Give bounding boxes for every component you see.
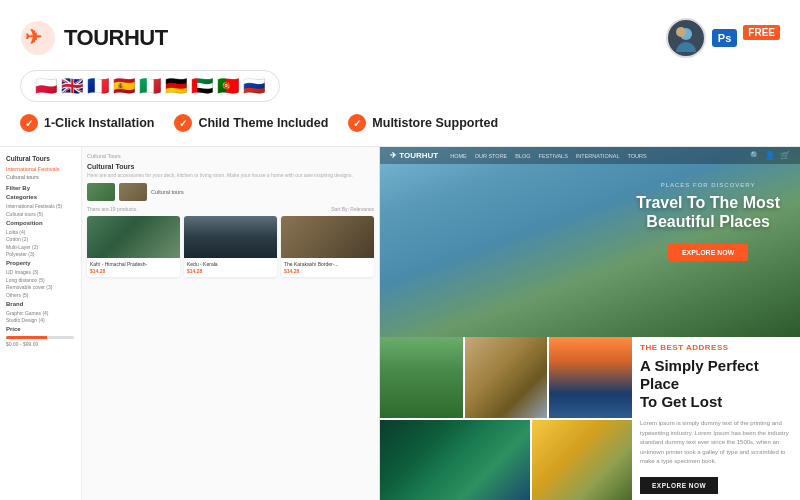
comp-item-1[interactable]: Lolita (4) [6, 229, 75, 235]
gallery-img-aurora [380, 420, 530, 501]
gallery-left [380, 337, 632, 500]
flag-it: 🇮🇹 [139, 77, 161, 95]
gallery-img-camel [465, 337, 548, 418]
filter-section: Filter By Categories International Festi… [6, 185, 75, 347]
badge-ps: Ps [712, 29, 737, 47]
left-preview: Cultural Tours International Festivals C… [0, 147, 380, 500]
nav-tours[interactable]: TOURS [627, 153, 646, 159]
gallery-cta-button[interactable]: EXPLORE NOW [640, 477, 718, 494]
yellow-flowers-img [532, 420, 632, 501]
nav-store[interactable]: OUR STORE [475, 153, 508, 159]
gallery-img-flowers [532, 420, 632, 501]
badge-area: Ps FREE [666, 18, 780, 58]
nav-blog[interactable]: BLOG [515, 153, 530, 159]
comp-item-3[interactable]: Multi-Layer (2) [6, 244, 75, 250]
prop-item-3[interactable]: Removable cover (3) [6, 284, 75, 290]
product-card-2[interactable]: Kedu - Kerala $14.28 [184, 216, 277, 277]
category-item-1[interactable]: International Festivals (5) [6, 203, 75, 209]
gallery-row-1 [380, 337, 632, 418]
nav-festivals[interactable]: FESTIVALS [539, 153, 568, 159]
avatar-img [672, 24, 700, 52]
product-name-2: Kedu - Kerala [184, 258, 277, 268]
sub-section: Cultural tours [87, 183, 374, 201]
avatar [666, 18, 706, 58]
sub-thumb-tour [119, 183, 147, 201]
logo-icon: ✈ [20, 20, 56, 56]
product-card-1[interactable]: Kafri - Himachal Pradesh- $14.28 [87, 216, 180, 277]
hero-subtitle: PLACES FOR DISCOVERY [636, 182, 780, 188]
feature-label-3: Multistore Supported [372, 116, 498, 130]
products-bar: There are 19 products. Sort By: Relevanc… [87, 206, 374, 212]
castle-img [87, 216, 180, 258]
mountain-dark-img [184, 216, 277, 258]
main-container: ✈ TOURHUT Ps FREE 🇵🇱 🇬🇧 🇫🇷 [0, 0, 800, 500]
shop-nav: Cultural Tours [87, 153, 374, 159]
flag-row: 🇵🇱 🇬🇧 🇫🇷 🇪🇸 🇮🇹 🇩🇪 🇦🇪 🇵🇹 🇷🇺 [20, 70, 280, 102]
price-range: $0.00 - $99.00 [6, 341, 75, 347]
prop-item-2[interactable]: Long distance (5) [6, 277, 75, 283]
gallery-right: THE BEST ADDRESS A Simply Perfect Place … [632, 337, 800, 500]
top-section: ✈ TOURHUT Ps FREE 🇵🇱 🇬🇧 🇫🇷 [0, 0, 800, 146]
product-grid: Kafri - Himachal Pradesh- $14.28 Kedu - … [87, 216, 374, 277]
sub-thumb-green [87, 183, 115, 201]
price-slider[interactable] [6, 336, 74, 339]
feature-child-theme: ✓ Child Theme Included [174, 114, 328, 132]
shop-header-title: Cultural Tours [87, 163, 374, 170]
sort-label[interactable]: Sort By: Relevance [331, 206, 374, 212]
brand-item-2[interactable]: Studio Design (4) [6, 317, 75, 323]
product-img-3 [281, 216, 374, 258]
check-icon-1: ✓ [20, 114, 38, 132]
comp-item-4[interactable]: Polyester (3) [6, 251, 75, 257]
feature-label-2: Child Theme Included [198, 116, 328, 130]
property-title: Property [6, 260, 75, 266]
flag-gb: 🇬🇧 [61, 77, 83, 95]
ruins-img [281, 216, 374, 258]
sidebar-link-1[interactable]: International Festivals [6, 166, 75, 172]
svg-point-4 [676, 27, 686, 37]
comp-item-2[interactable]: Cotton (2) [6, 236, 75, 242]
filter-title: Filter By [6, 185, 75, 191]
product-price-3: $14.28 [281, 268, 374, 277]
feature-label-1: 1-Click Installation [44, 116, 154, 130]
logo-text: TOURHUT [64, 25, 168, 51]
nav-home[interactable]: HOME [450, 153, 467, 159]
flag-ru: 🇷🇺 [243, 77, 265, 95]
gallery-row-2 [380, 420, 632, 501]
check-icon-3: ✓ [348, 114, 366, 132]
hero-cta-button[interactable]: EXPLORE NOW [668, 244, 749, 261]
product-name-3: The Karakashi Border-... [281, 258, 374, 268]
hero-nav: ✈ TOURHUT HOME OUR STORE BLOG FESTIVALS … [380, 147, 800, 164]
brand-item-1[interactable]: Graphic Games (4) [6, 310, 75, 316]
hero-nav-items: HOME OUR STORE BLOG FESTIVALS INTERNATIO… [450, 153, 646, 159]
prop-item-4[interactable]: Others (5) [6, 292, 75, 298]
green-field-img [380, 337, 463, 418]
right-preview: ✈ TOURHUT HOME OUR STORE BLOG FESTIVALS … [380, 147, 800, 500]
content-area: Cultural Tours International Festivals C… [0, 146, 800, 500]
product-img-1 [87, 216, 180, 258]
shop-main: Cultural Tours Cultural Tours Here are a… [82, 147, 379, 500]
camel-desert-img [465, 337, 548, 418]
nav-international[interactable]: INTERNATIONAL [576, 153, 620, 159]
prop-item-1[interactable]: UD Images (3) [6, 269, 75, 275]
feature-row: ✓ 1-Click Installation ✓ Child Theme Inc… [20, 114, 780, 132]
logo-area: ✈ TOURHUT [20, 20, 168, 56]
composition-title: Composition [6, 220, 75, 226]
category-item-2[interactable]: Cultural tours (5) [6, 211, 75, 217]
svg-point-3 [676, 42, 696, 52]
user-icon[interactable]: 👤 [765, 151, 775, 160]
sub-thumb-1 [87, 183, 115, 201]
product-card-3[interactable]: The Karakashi Border-... $14.28 [281, 216, 374, 277]
gallery-img-sunset [549, 337, 632, 418]
search-icon[interactable]: 🔍 [750, 151, 760, 160]
cart-icon[interactable]: 🛒 [780, 151, 790, 160]
sidebar-link-2[interactable]: Cultural tours [6, 174, 75, 180]
gallery-subtitle: THE BEST ADDRESS [640, 343, 792, 352]
flag-de: 🇩🇪 [165, 77, 187, 95]
flag-fr: 🇫🇷 [87, 77, 109, 95]
hero-nav-logo: ✈ TOURHUT [390, 151, 438, 160]
hero-content: PLACES FOR DISCOVERY Travel To The Most … [636, 182, 780, 261]
gallery-heading: A Simply Perfect Place To Get Lost [640, 357, 792, 411]
aurora-img [380, 420, 530, 501]
sunset-water-img [549, 337, 632, 418]
check-icon-2: ✓ [174, 114, 192, 132]
